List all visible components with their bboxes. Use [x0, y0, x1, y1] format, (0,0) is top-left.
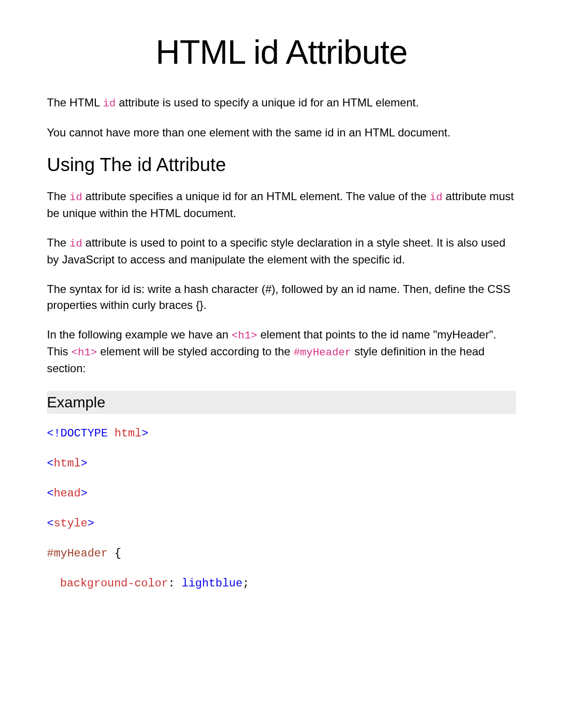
intro-paragraph-2: You cannot have more than one element wi… [47, 125, 516, 141]
code-line-property: background-color: lightblue; [47, 578, 516, 589]
code-id: id [69, 238, 82, 250]
text: The [47, 190, 69, 203]
code-token: lightblue [182, 577, 243, 590]
code-id: id [430, 191, 442, 203]
section-paragraph-4: In the following example we have an <h1>… [47, 327, 516, 377]
text: element will be styled according to the [97, 345, 294, 358]
text: attribute is used to point to a specific… [47, 236, 505, 266]
code-line-selector: #myHeader { [47, 548, 516, 559]
text: The [47, 236, 69, 249]
section-paragraph-1: The id attribute specifies a unique id f… [47, 188, 516, 222]
code-token: background-color [60, 577, 168, 590]
code-token: < [47, 487, 53, 500]
code-token: <!DOCTYPE [47, 427, 114, 440]
code-token: > [87, 517, 94, 530]
code-token: > [142, 427, 148, 440]
code-token: ; [243, 577, 249, 590]
code-token: html [114, 427, 142, 440]
code-token: > [81, 457, 87, 470]
code-line-doctype: <!DOCTYPE html> [47, 428, 516, 439]
intro-paragraph-1: The HTML id attribute is used to specify… [47, 95, 516, 112]
code-h1: <h1> [232, 330, 258, 342]
page-title: HTML id Attribute [47, 33, 516, 71]
code-token: < [47, 517, 53, 530]
example-heading: Example [47, 391, 516, 414]
code-line-head: <head> [47, 488, 516, 499]
code-token: { [108, 547, 122, 560]
code-token: html [53, 457, 81, 470]
code-line-html: <html> [47, 458, 516, 469]
code-line-style: <style> [47, 518, 516, 529]
code-id: id [103, 98, 115, 110]
code-token: : [168, 577, 182, 590]
section-paragraph-2: The id attribute is used to point to a s… [47, 235, 516, 268]
code-id: id [69, 191, 82, 203]
code-token: > [81, 487, 87, 500]
text: The HTML [47, 96, 103, 109]
document-page: HTML id Attribute The HTML id attribute … [0, 0, 563, 728]
code-token: style [53, 517, 87, 530]
section-paragraph-3: The syntax for id is: write a hash chara… [47, 281, 516, 314]
text: attribute specifies a unique id for an H… [82, 190, 429, 203]
code-token: #myHeader [47, 547, 108, 560]
code-myheader: #myHeader [294, 346, 351, 359]
section-heading: Using The id Attribute [47, 154, 516, 175]
code-example: <!DOCTYPE html> <html> <head> <style> #m… [47, 428, 516, 589]
text: In the following example we have an [47, 328, 232, 341]
code-token: head [53, 487, 81, 500]
code-token: < [47, 457, 53, 470]
text: attribute is used to specify a unique id… [116, 96, 419, 109]
code-h1: <h1> [71, 346, 97, 359]
